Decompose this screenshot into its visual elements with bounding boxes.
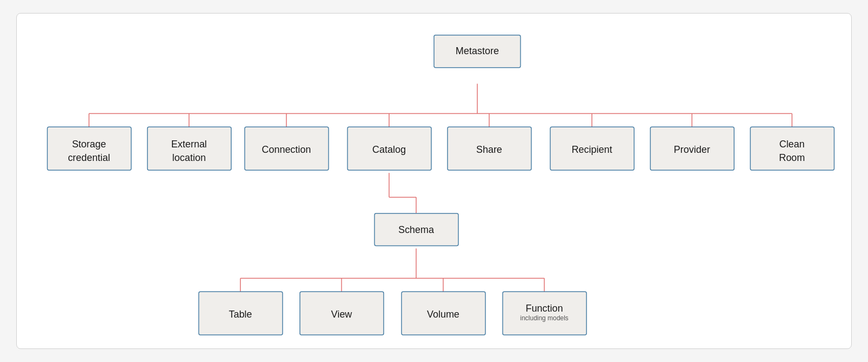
table-label: Table: [229, 309, 252, 320]
volume-label: Volume: [427, 309, 459, 320]
view-node: View: [300, 292, 384, 335]
clean-room-label-line1: Clean: [779, 139, 805, 150]
catalog-label: Catalog: [372, 144, 406, 155]
schema-node: Schema: [374, 214, 458, 246]
metastore-label: Metastore: [456, 46, 499, 56]
external-location-label-line2: location: [173, 152, 206, 163]
external-location-node: External location: [148, 127, 232, 170]
provider-label: Provider: [674, 144, 710, 155]
function-label: Function: [526, 303, 563, 314]
function-sublabel: including models: [520, 314, 569, 322]
share-node: Share: [448, 127, 532, 170]
external-location-label-line1: External: [171, 139, 207, 150]
volume-node: Volume: [401, 292, 486, 335]
provider-node: Provider: [650, 127, 735, 170]
share-label: Share: [476, 144, 502, 155]
connection-node: Connection: [245, 127, 329, 170]
storage-credential-node: Storage credential: [47, 127, 131, 170]
connection-label: Connection: [262, 144, 311, 155]
table-node: Table: [199, 292, 282, 335]
storage-credential-label-line1: Storage: [72, 139, 106, 150]
diagram-container: Metastore Storage credential External lo…: [16, 13, 852, 349]
metastore-node: Metastore: [434, 35, 520, 68]
schema-label: Schema: [398, 224, 434, 235]
clean-room-node: Clean Room: [750, 127, 834, 170]
recipient-label: Recipient: [572, 144, 612, 155]
storage-credential-label-line2: credential: [68, 152, 110, 163]
function-node: Function including models: [503, 292, 587, 335]
clean-room-label-line2: Room: [779, 152, 805, 163]
view-label: View: [331, 309, 352, 320]
recipient-node: Recipient: [550, 127, 634, 170]
catalog-node: Catalog: [348, 127, 432, 170]
